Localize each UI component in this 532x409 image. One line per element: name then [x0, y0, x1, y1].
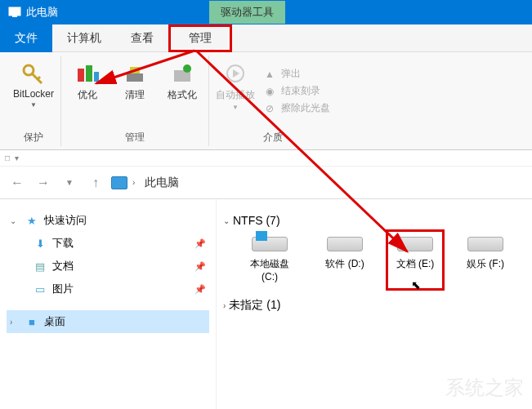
- optimize-icon: [74, 60, 101, 87]
- sidebar-documents[interactable]: ▤ 文档 📌: [7, 255, 209, 278]
- key-icon: [20, 60, 47, 87]
- group-manage-label: 管理: [125, 129, 145, 146]
- pin-icon: 📌: [194, 261, 206, 272]
- drive-c[interactable]: 本地磁盘 (C:): [243, 237, 297, 283]
- sidebar-quick-access[interactable]: ⌄ ★ 快速访问: [7, 209, 209, 232]
- dropdown-icon: ▼: [232, 104, 239, 111]
- chevron-right-icon: ›: [10, 318, 20, 327]
- format-icon: [169, 60, 195, 87]
- chevron-down-icon: ⌄: [10, 216, 20, 225]
- autoplay-icon: [222, 60, 248, 87]
- forward-button[interactable]: →: [33, 172, 54, 193]
- window-title: 此电脑: [26, 5, 58, 20]
- drive-e[interactable]: 文档 (E:) ⬉: [388, 232, 442, 288]
- breadcrumb-chevron-icon[interactable]: ›: [132, 178, 135, 187]
- eject-icon: ▲: [263, 68, 276, 81]
- computer-icon: [8, 7, 21, 18]
- svg-point-8: [183, 64, 191, 73]
- picture-icon: ▭: [33, 282, 47, 296]
- bitlocker-button[interactable]: BitLocker ▼: [13, 60, 54, 109]
- sidebar-desktop[interactable]: › ■ 桌面: [7, 310, 209, 333]
- drive-d[interactable]: 软件 (D:): [318, 237, 372, 283]
- group-media-label: 介质: [263, 129, 283, 146]
- group-protect-label: 保护: [24, 129, 43, 146]
- menu-view[interactable]: 查看: [116, 24, 168, 52]
- menu-file[interactable]: 文件: [0, 24, 52, 52]
- desktop-icon: ■: [25, 315, 39, 328]
- autoplay-button[interactable]: 自动播放 ▼: [216, 60, 255, 111]
- svg-rect-4: [86, 65, 92, 82]
- menu-manage[interactable]: 管理: [168, 24, 232, 52]
- dropdown-icon: ▼: [30, 101, 37, 109]
- drive-icon: [252, 237, 288, 251]
- optimize-button[interactable]: 优化: [68, 60, 107, 102]
- menu-computer[interactable]: 计算机: [52, 24, 116, 52]
- sidebar-downloads[interactable]: ⬇ 下载 📌: [7, 232, 209, 255]
- breadcrumb[interactable]: 此电脑: [145, 176, 179, 190]
- mini-dropdown-icon: ▾: [15, 153, 19, 162]
- svg-rect-1: [12, 16, 17, 17]
- svg-rect-3: [78, 69, 84, 82]
- section-unspecified[interactable]: › 未指定 (1): [223, 298, 525, 313]
- drive-icon: [327, 237, 363, 251]
- section-ntfs[interactable]: ⌄ NTFS (7): [223, 214, 525, 227]
- svg-marker-10: [233, 69, 239, 78]
- watermark: 系统之家: [445, 375, 524, 401]
- burn-icon: ◉: [263, 85, 276, 98]
- drive-icon: [397, 237, 433, 251]
- svg-rect-6: [127, 73, 143, 82]
- svg-rect-5: [94, 72, 99, 82]
- pc-icon: [111, 176, 127, 189]
- recent-dropdown[interactable]: ▼: [59, 172, 80, 193]
- chevron-right-icon: ›: [223, 301, 226, 310]
- up-button[interactable]: ↑: [85, 172, 106, 193]
- cleanup-icon: [122, 60, 148, 87]
- erase-icon: ⊘: [263, 102, 276, 115]
- back-button[interactable]: ←: [7, 172, 28, 193]
- pin-icon: 📌: [194, 238, 206, 249]
- format-button[interactable]: 格式化: [163, 60, 202, 102]
- finish-burn-item: ◉ 结束刻录: [263, 84, 330, 98]
- cleanup-button[interactable]: 清理: [115, 60, 154, 102]
- pin-icon: 📌: [194, 284, 206, 295]
- erase-disc-item: ⊘ 擦除此光盘: [263, 101, 330, 115]
- chevron-down-icon: ⌄: [223, 216, 230, 225]
- cursor-icon: ⬉: [411, 278, 421, 291]
- drive-icon: [467, 237, 503, 251]
- svg-rect-0: [9, 7, 20, 16]
- document-icon: ▤: [33, 260, 47, 273]
- eject-item: ▲ 弹出: [263, 67, 330, 81]
- drive-tools-tab[interactable]: 驱动器工具: [209, 1, 285, 24]
- sidebar-pictures[interactable]: ▭ 图片 📌: [7, 278, 209, 300]
- drive-f[interactable]: 娱乐 (F:): [458, 237, 512, 283]
- mini-icon: □: [5, 153, 10, 162]
- download-icon: ⬇: [33, 237, 47, 250]
- star-icon: ★: [25, 214, 39, 227]
